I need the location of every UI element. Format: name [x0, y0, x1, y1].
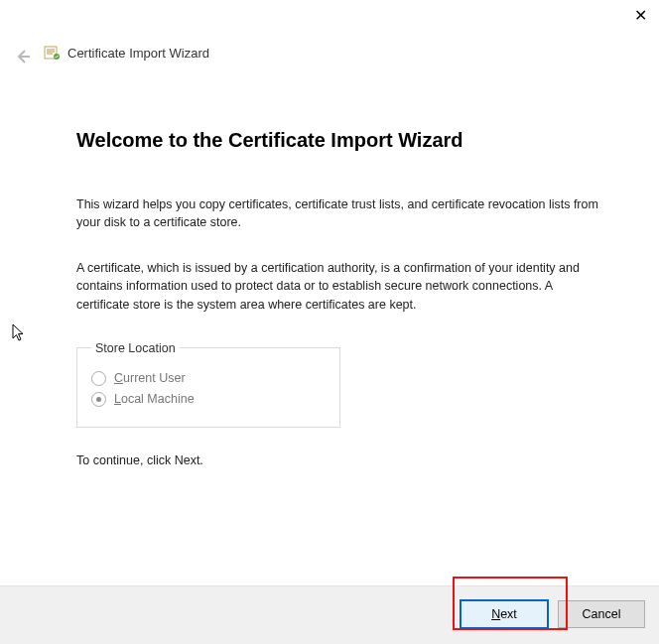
radio-label: Current User — [114, 371, 186, 385]
back-button[interactable] — [14, 48, 32, 65]
wizard-footer: Next Cancel — [0, 585, 659, 644]
next-button[interactable]: Next — [461, 600, 548, 628]
button-label: Next — [491, 607, 517, 621]
continue-text: To continue, click Next. — [76, 453, 599, 467]
explain-text: A certificate, which is issued by a cert… — [76, 259, 599, 313]
page-heading: Welcome to the Certificate Import Wizard — [76, 129, 599, 152]
intro-text: This wizard helps you copy certificates,… — [76, 195, 599, 231]
window-title: Certificate Import Wizard — [67, 46, 209, 61]
store-location-legend: Store Location — [91, 341, 180, 355]
radio-local-machine: Local Machine — [91, 392, 326, 407]
radio-icon — [91, 392, 106, 407]
store-location-group: Store Location Current User Local Machin… — [76, 341, 340, 428]
certificate-wizard-icon — [44, 44, 62, 62]
close-icon[interactable]: ✕ — [634, 6, 647, 25]
mouse-cursor-icon — [12, 323, 26, 347]
radio-label: Local Machine — [114, 392, 195, 406]
radio-current-user: Current User — [91, 371, 326, 386]
cancel-button[interactable]: Cancel — [558, 600, 645, 628]
button-label: Cancel — [583, 607, 621, 621]
wizard-body: Welcome to the Certificate Import Wizard… — [76, 129, 599, 467]
radio-icon — [91, 371, 106, 386]
